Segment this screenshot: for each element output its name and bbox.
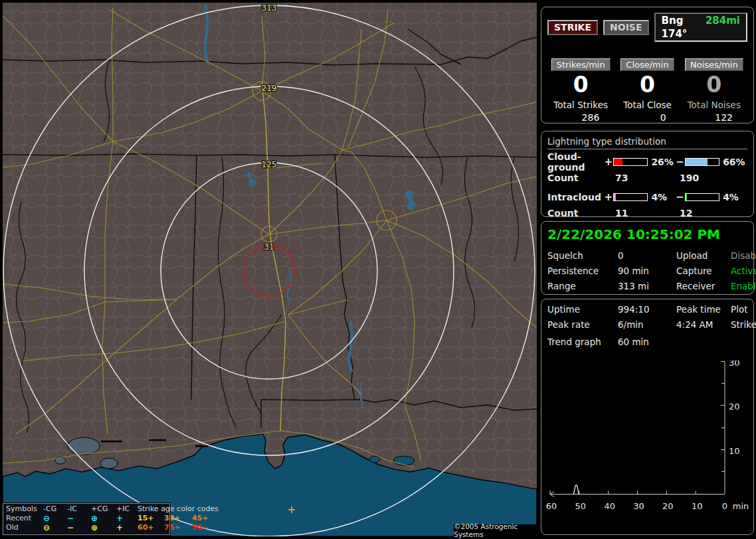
pos-cg-recent-icon: ⊕ — [91, 514, 116, 523]
trend-graph-label: Trend graph — [547, 337, 618, 347]
cg-negative-bar — [685, 158, 719, 166]
peak-rate-value: 6/min — [618, 319, 676, 330]
plus-sign: + — [605, 156, 613, 168]
cg-negative-pct: 66% — [723, 157, 747, 167]
trend-panel: Uptime 994:10 Peak time Plot Peak rate 6… — [541, 299, 754, 535]
ic-negative-bar — [685, 193, 719, 201]
legend-col-neg-cg: -CG — [43, 504, 67, 514]
trend-peak — [573, 485, 579, 494]
ic-negative-pct: 4% — [723, 192, 747, 202]
total-strikes-value: 286 — [547, 112, 614, 123]
svg-text:40: 40 — [604, 501, 615, 511]
svg-text:10: 10 — [692, 501, 703, 511]
copyright-text: ©2005 Astrogenic Systems — [454, 524, 538, 536]
trend-x-labels: 60 50 40 30 20 10 0 min — [546, 501, 749, 511]
legend-symbols-header: Symbols — [6, 504, 43, 514]
trend-graph: 30 20 10 60 50 40 30 20 10 0 min — [542, 360, 753, 532]
intracloud-label: Intracloud — [547, 192, 605, 202]
neg-ic-recent-icon: − — [67, 514, 91, 523]
symbols-legend: Symbols -CG -IC +CG +IC Strike age color… — [3, 503, 170, 535]
noises-column: Noises/min 0 Total Noises 122 — [681, 58, 747, 123]
bearing-distance: 284mi — [706, 14, 740, 40]
upload-status: Disabled — [731, 250, 756, 261]
ring-label-125: 125 — [262, 160, 277, 169]
capture-status: Active — [731, 266, 756, 276]
cloud-ground-count-row: Count 73 190 — [547, 173, 747, 183]
peak-time-value: 4:24 AM — [676, 319, 731, 330]
distribution-title: Lightning type distribution — [547, 136, 747, 149]
plot-value: Strike — [731, 319, 756, 330]
svg-text:30: 30 — [633, 501, 644, 511]
map-svg: 313 219 125 31 — [3, 3, 537, 536]
cg-positive-bar — [613, 158, 648, 166]
uptime-label: Uptime — [547, 304, 618, 315]
uptime-value: 994:10 — [618, 304, 676, 315]
squelch-label: Squelch — [547, 250, 618, 261]
ic-positive-count: 11 — [615, 208, 680, 218]
total-close-label: Total Close — [614, 100, 680, 110]
legend-row-old: Old — [6, 523, 43, 532]
noise-mode-button[interactable]: NOISE — [603, 20, 648, 35]
trend-axes — [550, 362, 725, 497]
age-75: 75+ — [164, 523, 192, 532]
ic-positive-bar — [613, 193, 648, 201]
receiver-label: Receiver — [676, 281, 731, 291]
svg-text:30: 30 — [729, 360, 740, 368]
legend-age-title: Strike age color codes — [138, 504, 219, 514]
total-strikes-label: Total Strikes — [547, 100, 614, 110]
pos-cg-old-icon: ⊕ — [91, 523, 116, 532]
noises-per-min-button[interactable]: Noises/min — [685, 58, 743, 71]
svg-text:0: 0 — [722, 501, 727, 511]
legend-col-pos-ic: +IC — [116, 504, 138, 514]
total-noises-value: 122 — [681, 112, 747, 123]
minus-sign: − — [676, 156, 684, 168]
persistence-label: Persistence — [547, 266, 618, 276]
close-per-min-button[interactable]: Close/min — [620, 58, 674, 71]
ring-label-31: 31 — [264, 242, 274, 252]
trend-y-labels: 30 20 10 — [729, 360, 740, 456]
age-90: 90+ — [192, 523, 219, 532]
trend-graph-value: 60 min — [618, 337, 676, 347]
trend-x-unit: min — [733, 501, 749, 511]
svg-text:50: 50 — [575, 501, 587, 511]
map-display[interactable]: 313 219 125 31 Symbols -CG -IC +CG +IC S… — [3, 3, 537, 536]
plus-sign: + — [605, 191, 613, 203]
strikes-rate: 0 — [547, 72, 614, 98]
cg-negative-count: 190 — [680, 173, 699, 183]
intracloud-count-row: Count 11 12 — [547, 208, 747, 218]
distribution-panel: Lightning type distribution Cloud-ground… — [541, 131, 754, 217]
svg-text:60: 60 — [546, 501, 557, 511]
legend-col-neg-ic: -IC — [67, 504, 91, 514]
peak-time-label: Peak time — [676, 304, 731, 315]
cg-positive-count: 73 — [615, 173, 680, 183]
pos-ic-old-icon: + — [116, 523, 138, 532]
cg-count-label: Count — [547, 173, 615, 183]
total-close-value: 0 — [614, 112, 680, 123]
total-noises-label: Total Noises — [681, 100, 747, 110]
strikes-per-min-button[interactable]: Strikes/min — [551, 58, 611, 71]
legend-row-recent: Recent — [6, 514, 43, 523]
counters-panel: STRIKE NOISE Bng 174° 284mi Strikes/min … — [541, 7, 754, 123]
plot-label: Plot — [731, 304, 756, 315]
range-value: 313 mi — [618, 281, 676, 291]
legend-col-pos-cg: +CG — [91, 504, 116, 514]
persistence-value: 90 min — [618, 266, 676, 276]
squelch-value: 0 — [618, 250, 676, 261]
bearing-readout: Bng 174° 284mi — [654, 13, 747, 42]
range-label: Range — [547, 281, 618, 291]
capture-label: Capture — [676, 266, 731, 276]
ic-positive-pct: 4% — [651, 192, 676, 202]
noises-rate: 0 — [681, 72, 747, 98]
neg-cg-recent-icon: ⊖ — [43, 514, 67, 523]
cloud-ground-row: Cloud-ground + 26% − 66% — [547, 155, 747, 168]
age-45: 45+ — [192, 514, 219, 523]
age-15: 15+ — [138, 514, 164, 523]
status-panel: 2/22/2026 10:25:02 PM Squelch 0 Upload D… — [541, 221, 754, 295]
receiver-status: Enabled — [731, 281, 756, 291]
cg-positive-pct: 26% — [651, 157, 676, 167]
bearing-value: Bng 174° — [662, 14, 695, 40]
ring-label-219: 219 — [262, 84, 277, 93]
strike-mode-button[interactable]: STRIKE — [547, 20, 598, 35]
strikes-column: Strikes/min 0 Total Strikes 286 — [547, 58, 614, 123]
svg-text:10: 10 — [729, 446, 740, 456]
